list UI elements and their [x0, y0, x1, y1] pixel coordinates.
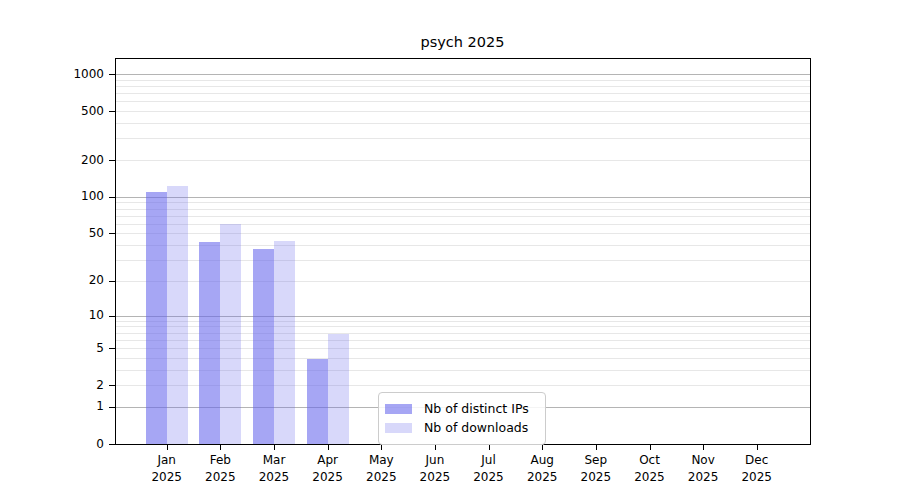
y-tick-label: 200: [34, 152, 104, 169]
y-tick-label: 10: [34, 307, 104, 324]
y-tick-label: 1000: [34, 66, 104, 83]
y-tick: [109, 233, 115, 234]
bar-distinct-ips-jan: [146, 192, 167, 444]
bar-downloads-apr: [328, 334, 349, 444]
y-tick: [109, 385, 115, 386]
legend: Nb of distinct IPsNb of downloads: [378, 392, 546, 445]
y-tick-label: 500: [34, 103, 104, 120]
x-tick-year: 2025: [725, 469, 789, 486]
x-tick: [703, 445, 704, 450]
y-tick-label: 0: [34, 436, 104, 453]
y-tick: [109, 316, 115, 317]
chart-title: psych 2025: [115, 34, 810, 50]
bar-distinct-ips-feb: [199, 242, 220, 444]
legend-entry-downloads: Nb of downloads: [385, 419, 537, 436]
minor-gridline: [116, 86, 810, 87]
y-tick: [109, 74, 115, 75]
y-tick: [109, 197, 115, 198]
y-tick: [109, 444, 115, 445]
minor-gridline: [116, 101, 810, 102]
x-tick: [542, 445, 543, 450]
legend-label: Nb of distinct IPs: [424, 401, 529, 416]
major-gridline: [116, 197, 810, 198]
minor-gridline: [116, 93, 810, 94]
x-tick: [757, 445, 758, 450]
x-tick: [489, 445, 490, 450]
x-tick: [167, 445, 168, 450]
minor-gridline: [116, 202, 810, 203]
x-tick: [328, 445, 329, 450]
y-tick: [109, 111, 115, 112]
x-tick: [650, 445, 651, 450]
minor-gridline: [116, 111, 810, 112]
legend-swatch: [385, 404, 412, 414]
bar-downloads-feb: [220, 224, 241, 444]
x-tick: [596, 445, 597, 450]
y-tick-label: 50: [34, 225, 104, 242]
major-gridline: [116, 74, 810, 75]
y-tick-label: 1: [34, 398, 104, 415]
minor-gridline: [116, 123, 810, 124]
chart-figure: psych 2025 01251020501002005001000 Jan20…: [0, 0, 900, 500]
plot-area: [115, 58, 811, 445]
x-tick: [435, 445, 436, 450]
x-tick: [274, 445, 275, 450]
y-tick: [109, 407, 115, 408]
minor-gridline: [116, 209, 810, 210]
minor-gridline: [116, 160, 810, 161]
y-tick: [109, 281, 115, 282]
y-tick-label: 20: [34, 272, 104, 289]
y-tick-label: 5: [34, 340, 104, 357]
bar-downloads-mar: [274, 241, 295, 444]
y-tick: [109, 348, 115, 349]
legend-swatch: [385, 423, 412, 433]
bar-downloads-jan: [167, 186, 188, 444]
x-tick: [381, 445, 382, 450]
bar-distinct-ips-apr: [307, 359, 328, 444]
legend-label: Nb of downloads: [424, 420, 528, 435]
bar-distinct-ips-mar: [253, 249, 274, 444]
y-tick-label: 100: [34, 188, 104, 205]
x-tick-label-dec: Dec2025: [725, 452, 789, 485]
minor-gridline: [116, 138, 810, 139]
minor-gridline: [116, 216, 810, 217]
minor-gridline: [116, 80, 810, 81]
y-tick-label: 2: [34, 377, 104, 394]
x-tick-month: Dec: [725, 452, 789, 469]
legend-entry-distinct-ips: Nb of distinct IPs: [385, 400, 537, 417]
x-tick: [220, 445, 221, 450]
y-tick: [109, 160, 115, 161]
